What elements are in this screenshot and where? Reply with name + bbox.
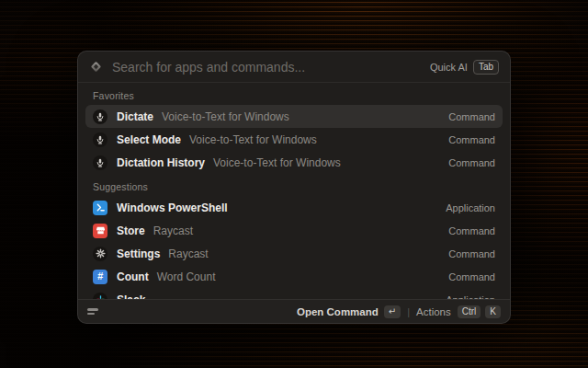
enter-key-badge: ↵ [384, 305, 401, 318]
item-title: Store [117, 224, 145, 237]
tab-key-badge: Tab [473, 60, 499, 75]
item-subtitle: Word Count [157, 270, 216, 283]
quick-ai-label: Quick AI [430, 62, 468, 73]
slack-icon [93, 293, 107, 300]
actions-button[interactable]: Actions Ctrl K [416, 305, 501, 318]
list-item-windows-powershell[interactable]: Windows PowerShell Application [85, 196, 503, 219]
item-subtitle: Voice-to-Text for Windows [162, 110, 289, 123]
section-header-favorites: Favorites [85, 83, 503, 105]
results-list: Favorites Dictate Voice-to-Text for Wind… [78, 83, 510, 299]
microphone-icon [93, 155, 107, 170]
item-kind: Command [448, 111, 495, 122]
list-item-select-mode[interactable]: Select Mode Voice-to-Text for Windows Co… [85, 128, 503, 151]
powershell-icon [93, 201, 107, 215]
search-bar: Quick AI Tab [78, 52, 510, 83]
item-kind: Command [448, 157, 495, 168]
item-title: Dictate [117, 110, 153, 123]
item-subtitle: Raycast [153, 224, 193, 237]
quick-ai-button[interactable]: Quick AI Tab [430, 60, 499, 75]
item-title: Settings [117, 247, 160, 260]
actions-label: Actions [416, 306, 451, 317]
item-subtitle: Raycast [168, 247, 208, 260]
open-command-button[interactable]: Open Command ↵ [297, 305, 401, 318]
item-kind: Command [448, 134, 495, 145]
gear-icon [93, 247, 107, 261]
footer-divider: | [407, 306, 410, 317]
list-item-count[interactable]: # Count Word Count Command [85, 265, 503, 288]
item-kind: Command [448, 271, 495, 282]
k-key-badge: K [485, 305, 501, 318]
item-subtitle: Voice-to-Text for Windows [189, 133, 317, 146]
list-item-dictation-history[interactable]: Dictation History Voice-to-Text for Wind… [85, 151, 503, 174]
footer-logo-icon [87, 307, 100, 316]
item-title: Dictation History [117, 156, 205, 169]
list-item-dictate[interactable]: Dictate Voice-to-Text for Windows Comman… [85, 105, 503, 128]
list-item-slack[interactable]: Slack Application [85, 288, 503, 299]
item-kind: Application [446, 202, 495, 213]
item-kind: Command [448, 225, 495, 236]
search-input[interactable] [112, 60, 421, 75]
microphone-icon [93, 109, 107, 124]
item-title: Select Mode [117, 133, 181, 146]
open-command-label: Open Command [297, 306, 379, 317]
item-kind: Command [448, 248, 495, 259]
ctrl-key-badge: Ctrl [458, 305, 481, 318]
hash-icon: # [93, 270, 107, 284]
item-title: Windows PowerShell [117, 201, 228, 214]
microphone-icon [93, 132, 107, 147]
store-icon [93, 224, 107, 238]
section-header-suggestions: Suggestions [85, 174, 503, 196]
launcher-logo-icon [89, 60, 103, 74]
footer-bar: Open Command ↵ | Actions Ctrl K [78, 299, 510, 323]
list-item-store[interactable]: Store Raycast Command [85, 219, 503, 242]
item-subtitle: Voice-to-Text for Windows [213, 156, 341, 169]
launcher-panel: Quick AI Tab Favorites Dictate Voice-to-… [77, 51, 511, 324]
item-title: Count [117, 270, 149, 283]
list-item-settings[interactable]: Settings Raycast Command [85, 242, 503, 265]
